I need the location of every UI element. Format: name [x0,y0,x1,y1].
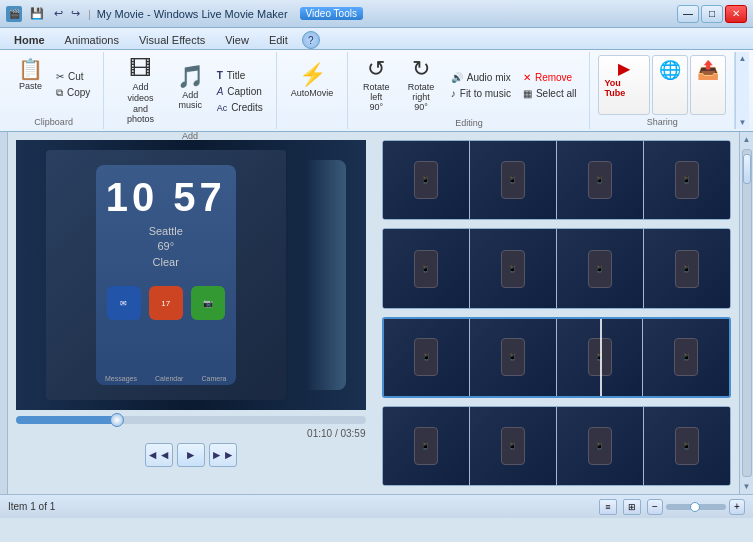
rotate-left-button[interactable]: ↺ Rotateleft 90° [356,54,396,116]
credits-button[interactable]: Ac Credits [212,100,268,115]
status-bar: Item 1 of 1 ≡ ⊞ − + [0,494,753,518]
video-screen: 10 57 Seattle69°Clear ✉ 17 📷 Messages Ca… [16,140,366,410]
quick-undo[interactable]: ↩ [54,7,63,20]
ribbon-group-automovie: ⚡ AutoMovie [277,52,348,129]
ribbon-scroll-up[interactable]: ▲ [739,54,747,63]
storyboard-strip-2[interactable]: 📱 📱 📱 📱 [382,228,732,308]
ribbon-group-clipboard: 📋 Paste ✂ Cut ⧉ Copy Clipboard [4,52,104,129]
rewind-icon: ◄◄ [147,448,171,462]
main-area: 10 57 Seattle69°Clear ✉ 17 📷 Messages Ca… [0,132,753,494]
audio-mix-button[interactable]: 🔊 Audio mix [446,70,516,85]
tab-edit[interactable]: Edit [259,32,298,49]
frame-4-1: 📱 [383,407,470,485]
youtube-button[interactable]: ▶ You Tube [598,55,650,115]
zoom-in-button[interactable]: + [729,499,745,515]
zoom-slider-thumb[interactable] [690,502,700,512]
video-preview-panel: 10 57 Seattle69°Clear ✉ 17 📷 Messages Ca… [8,132,374,494]
copy-label: Copy [67,87,90,98]
frame-4-2: 📱 [470,407,557,485]
transport-buttons: ◄◄ ► ►► [145,443,237,467]
label-camera: Camera [202,375,227,382]
add-videos-button[interactable]: 🎞 Add videosand photos [112,54,168,129]
editing-items: ↺ Rotateleft 90° ↻ Rotateright 90° 🔊 Aud… [356,54,581,116]
app-icon: 🎬 [6,6,22,22]
cut-button[interactable]: ✂ Cut [51,69,95,84]
tab-visual-effects[interactable]: Visual Effects [129,32,215,49]
caption-button[interactable]: A Caption [212,84,268,99]
rotate-right-button[interactable]: ↻ Rotateright 90° [398,54,443,116]
remove-label: Remove [535,72,572,83]
app-camera: 📷 [191,286,225,320]
add-items: 🎞 Add videosand photos 🎵 Addmusic T Titl… [112,54,268,129]
fast-forward-button[interactable]: ►► [209,443,237,467]
scroll-track[interactable] [742,149,752,477]
storyboard-strip-1[interactable]: 📱 📱 📱 📱 [382,140,732,220]
paste-icon: 📋 [18,59,43,79]
fit-to-music-button[interactable]: ♪ Fit to music [446,86,516,101]
help-button[interactable]: ? [302,31,320,49]
scroll-down-arrow[interactable]: ▼ [743,479,751,494]
frame-2-2: 📱 [470,229,557,307]
tab-view[interactable]: View [215,32,259,49]
add-videos-label: Add videosand photos [118,82,162,125]
fit-to-music-icon: ♪ [451,88,456,99]
title-bar-left: 🎬 💾 ↩ ↪ | My Movie - Windows Live Movie … [6,6,363,22]
quick-save[interactable]: 💾 [30,7,44,20]
rewind-button[interactable]: ◄◄ [145,443,173,467]
share2-button[interactable]: 📤 [690,55,726,115]
time-display: 01:10 / 03:59 [307,428,365,439]
caption-label: Caption [227,86,261,97]
ribbon-scroll-down[interactable]: ▼ [739,118,747,127]
seek-bar[interactable] [16,416,366,424]
seek-thumb[interactable] [110,413,124,427]
cut-line [600,319,602,396]
video-tools-badge: Video Tools [300,7,363,20]
ribbon-group-editing: ↺ Rotateleft 90° ↻ Rotateright 90° 🔊 Aud… [348,52,590,129]
tab-home[interactable]: Home [4,32,55,49]
frame-4-3: 📱 [557,407,644,485]
play-button[interactable]: ► [177,443,205,467]
tab-animations[interactable]: Animations [55,32,129,49]
close-button[interactable]: ✕ [725,5,747,23]
quick-redo[interactable]: ↪ [71,7,80,20]
frame-4-4: 📱 [644,407,730,485]
clipboard-items: 📋 Paste ✂ Cut ⧉ Copy [12,54,95,115]
add-music-button[interactable]: 🎵 Addmusic [171,62,210,122]
storyboard-view-button[interactable]: ≡ [599,499,617,515]
fit-to-music-label: Fit to music [460,88,511,99]
copy-button[interactable]: ⧉ Copy [51,85,95,101]
frame-2-1: 📱 [383,229,470,307]
maximize-button[interactable]: □ [701,5,723,23]
paste-label: Paste [19,81,42,91]
title-button[interactable]: T Title [212,68,268,83]
playback-controls: 01:10 / 03:59 ◄◄ ► ►► [16,410,366,473]
share1-icon: 🌐 [659,59,681,81]
app-calendar: 17 [149,286,183,320]
add-music-icon: 🎵 [177,66,204,88]
paste-button[interactable]: 📋 Paste [12,55,49,115]
storyboard-strip-4[interactable]: 📱 📱 📱 📱 [382,406,732,486]
automovie-button[interactable]: ⚡ AutoMovie [285,60,340,120]
title-sep: | [88,8,91,20]
ribbon-group-add: 🎞 Add videosand photos 🎵 Addmusic T Titl… [104,52,277,129]
add-music-label: Addmusic [178,90,202,112]
editing-small-btns: 🔊 Audio mix ♪ Fit to music [446,70,516,101]
storyboard-strip-3[interactable]: 📱 📱 📱 📱 [382,317,732,398]
label-messages: Messages [105,375,137,382]
frame-2-3: 📱 [557,229,644,307]
timeline-view-button[interactable]: ⊞ [623,499,641,515]
zoom-out-button[interactable]: − [647,499,663,515]
status-right: ≡ ⊞ − + [599,499,745,515]
fast-forward-icon: ►► [211,448,235,462]
scroll-up-arrow[interactable]: ▲ [743,132,751,147]
storyboard-panel: 📱 📱 📱 📱 📱 📱 📱 📱 📱 📱 📱 📱 📱 📱 📱 [374,132,740,494]
minimize-button[interactable]: — [677,5,699,23]
remove-button[interactable]: ✕ Remove [518,70,582,85]
scroll-thumb[interactable] [743,154,751,184]
play-icon: ► [185,448,197,462]
copy-icon: ⧉ [56,87,63,99]
zoom-slider[interactable] [666,504,726,510]
share1-button[interactable]: 🌐 [652,55,688,115]
editing-small-btns2: ✕ Remove ▦ Select all [518,70,582,101]
select-all-button[interactable]: ▦ Select all [518,86,582,101]
